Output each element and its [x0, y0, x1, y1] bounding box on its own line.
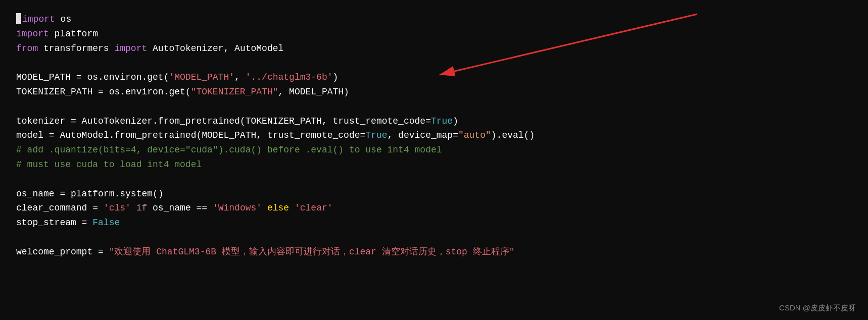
- code-line-2: import platform: [16, 27, 852, 41]
- keyword-import3: import: [114, 43, 147, 54]
- code-line-1: import os: [16, 12, 852, 27]
- watermark-text: CSDN @皮皮虾不皮呀: [779, 302, 856, 314]
- code-line-15: stop_stream = False: [16, 216, 852, 230]
- keyword-import2: import: [16, 29, 49, 39]
- code-line-9: model = AutoModel.from_pretrained(MODEL_…: [16, 128, 852, 143]
- code-line-11: # must use cuda to load int4 model: [16, 157, 852, 172]
- cursor: [16, 13, 21, 24]
- code-line-5: MODEL_PATH = os.environ.get('MODEL_PATH'…: [16, 70, 852, 85]
- code-block: import os import platform from transform…: [0, 0, 868, 272]
- code-line-14: clear_command = 'cls' if os_name == 'Win…: [16, 201, 852, 216]
- code-line-3: from transformers import AutoTokenizer, …: [16, 41, 852, 56]
- code-line-17: welcome_prompt = "欢迎使用 ChatGLM3-6B 模型，输入…: [16, 245, 852, 259]
- code-line-12: [16, 172, 852, 187]
- code-line-4: [16, 56, 852, 70]
- code-line-7: [16, 99, 852, 114]
- code-line-8: tokenizer = AutoTokenizer.from_pretraine…: [16, 114, 852, 129]
- keyword-from: from: [16, 43, 38, 54]
- keyword-import: import: [22, 14, 55, 24]
- code-line-6: TOKENIZER_PATH = os.environ.get("TOKENIZ…: [16, 85, 852, 99]
- code-line-13: os_name = platform.system(): [16, 187, 852, 201]
- code-line-10: # add .quantize(bits=4, device="cuda").c…: [16, 143, 852, 157]
- code-line-16: [16, 230, 852, 245]
